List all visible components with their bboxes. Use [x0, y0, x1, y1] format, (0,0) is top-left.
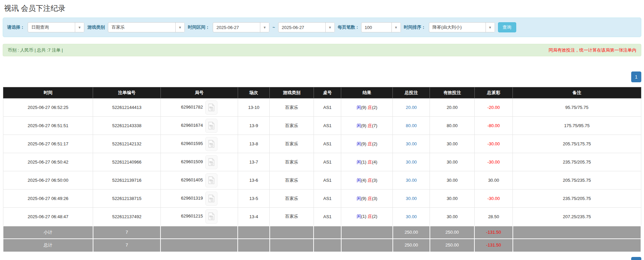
- cell-remark: 175.75/95.75: [513, 117, 641, 135]
- col-total-bet: 总投注: [393, 87, 430, 98]
- video-file-icon: [208, 122, 215, 130]
- video-file-icon: [208, 212, 215, 221]
- col-remark: 备注: [513, 87, 641, 98]
- table-total-row: 小计 7 250.00 250.00 -131.50: [3, 226, 641, 239]
- page-1-button[interactable]: 1: [631, 71, 641, 82]
- cell-game-type: 百家乐: [270, 190, 314, 208]
- table-total-row: 总计 7 250.00 250.00 -131.50: [3, 239, 641, 252]
- cell-game-type: 百家乐: [270, 208, 314, 226]
- cell-total-bet[interactable]: 30.00: [393, 208, 430, 226]
- video-file-icon: [208, 176, 215, 184]
- chevron-down-icon: ▼: [75, 23, 84, 32]
- search-button[interactable]: 查询: [498, 22, 516, 32]
- result-player-label: 闲: [357, 105, 361, 110]
- cell-time: 2025-06-27 06:51:17: [3, 135, 93, 153]
- cell-round-id: 629601509: [160, 153, 238, 171]
- video-replay-button[interactable]: [205, 209, 217, 224]
- cell-result: 闲(9) 庄(2): [341, 98, 393, 117]
- cell-bet-id: 522612142132: [93, 135, 161, 153]
- page-1-button[interactable]: 1: [631, 257, 641, 260]
- chevron-down-icon: ▼: [391, 23, 401, 32]
- cell-table-no: AS1: [314, 135, 341, 153]
- total-label: 总计: [3, 239, 93, 252]
- cell-game-type: 百家乐: [270, 135, 314, 153]
- page-size-label: 每页笔数 :: [338, 24, 358, 30]
- cell-bet-id: 522612143338: [93, 117, 161, 135]
- result-player-label: 闲: [357, 178, 361, 183]
- result-banker-points: (4): [372, 160, 377, 165]
- video-replay-button[interactable]: [205, 155, 217, 169]
- page-size-select[interactable]: 100 ▼: [361, 22, 401, 32]
- cell-session: 13-5: [238, 190, 270, 208]
- cell-table-no: AS1: [314, 98, 341, 117]
- cell-total-bet[interactable]: 30.00: [393, 135, 430, 153]
- cell-session: 13-6: [238, 171, 270, 190]
- filter-bar: 请选择： 日期查询 ▼ 游戏类别 百家乐 ▼ 时间区间： 2025-06-27 …: [3, 18, 641, 37]
- query-type-select[interactable]: 日期查询 ▼: [28, 22, 84, 32]
- result-banker-points: (7): [372, 123, 377, 128]
- video-replay-button[interactable]: [205, 192, 217, 206]
- result-player-label: 闲: [357, 196, 361, 201]
- video-replay-button[interactable]: [205, 173, 217, 187]
- result-banker-points: (2): [372, 141, 377, 146]
- table-row: 2025-06-27 06:49:26 522612138715 6296013…: [3, 190, 641, 208]
- cell-result: 闲(1) 庄(2): [341, 208, 393, 226]
- summary-currency-count: 币别 : 人民币 | 总共 :7 注单 |: [8, 47, 63, 53]
- video-replay-button[interactable]: [205, 119, 217, 133]
- cell-session: 13-7: [238, 153, 270, 171]
- cell-total-bet[interactable]: 20.00: [393, 98, 430, 117]
- result-player-points: (9): [361, 196, 367, 201]
- cell-valid-bet: 30.00: [430, 153, 474, 171]
- video-replay-button[interactable]: [205, 100, 217, 115]
- col-time: 时间: [3, 87, 93, 98]
- cell-payout: -30.00: [474, 135, 513, 153]
- video-file-icon: [208, 140, 215, 148]
- cell-total-bet[interactable]: 30.00: [393, 171, 430, 190]
- col-round-id: 局号: [160, 87, 238, 98]
- chevron-down-icon: ▼: [486, 23, 495, 32]
- pagination-top: 1: [3, 71, 641, 82]
- cell-time: 2025-06-27 06:49:26: [3, 190, 93, 208]
- result-banker-label: 庄: [368, 141, 372, 146]
- cell-session: 13-4: [238, 208, 270, 226]
- result-player-points: (1): [361, 214, 367, 219]
- cell-bet-id: 522612139716: [93, 171, 161, 190]
- cell-time: 2025-06-27 06:50:00: [3, 171, 93, 190]
- time-sort-select[interactable]: 降幂(由大到小) ▼: [429, 22, 495, 32]
- game-category-select[interactable]: 百家乐 ▼: [108, 22, 185, 32]
- result-banker-label: 庄: [368, 123, 372, 128]
- cell-bet-id: 522612140966: [93, 153, 161, 171]
- table-row: 2025-06-27 06:51:51 522612143338 6296016…: [3, 117, 641, 135]
- cell-total-bet[interactable]: 30.00: [393, 153, 430, 171]
- cell-game-type: 百家乐: [270, 98, 314, 117]
- chevron-down-icon: ▼: [325, 23, 334, 32]
- total-label: 小计: [3, 226, 93, 239]
- cell-session: 13-8: [238, 135, 270, 153]
- date-from-select[interactable]: 2025-06-27 ▼: [213, 22, 269, 32]
- cell-valid-bet: 30.00: [430, 171, 474, 190]
- video-replay-button[interactable]: [205, 137, 217, 151]
- round-id-text: 629601509: [181, 159, 203, 164]
- result-player-points: (9): [361, 123, 367, 128]
- valid-bet-sum: 250.00: [430, 226, 474, 239]
- cell-total-bet[interactable]: 80.00: [393, 117, 430, 135]
- cell-round-id: 629601674: [160, 117, 238, 135]
- table-row: 2025-06-27 06:50:00 522612139716 6296014…: [3, 171, 641, 190]
- result-player-label: 闲: [357, 141, 361, 146]
- round-id-text: 629601595: [181, 141, 203, 146]
- total-count: 7: [93, 226, 161, 239]
- date-to-select[interactable]: 2025-06-27 ▼: [278, 22, 335, 32]
- round-id-text: 629601674: [181, 123, 203, 128]
- cell-payout: -20.00: [474, 98, 513, 117]
- result-banker-points: (3): [372, 196, 377, 201]
- cell-table-no: AS1: [314, 171, 341, 190]
- result-banker-label: 庄: [368, 196, 372, 201]
- summary-notice: 同局有效投注，统一计算在该局第一张注单内: [549, 47, 636, 53]
- cell-payout: 30.00: [474, 171, 513, 190]
- cell-valid-bet: 30.00: [430, 190, 474, 208]
- result-player-points: (1): [361, 160, 367, 165]
- cell-total-bet[interactable]: 30.00: [393, 190, 430, 208]
- table-row: 2025-06-27 06:51:17 522612142132 6296015…: [3, 135, 641, 153]
- cell-round-id: 629601319: [160, 190, 238, 208]
- cell-round-id: 629601782: [160, 98, 238, 117]
